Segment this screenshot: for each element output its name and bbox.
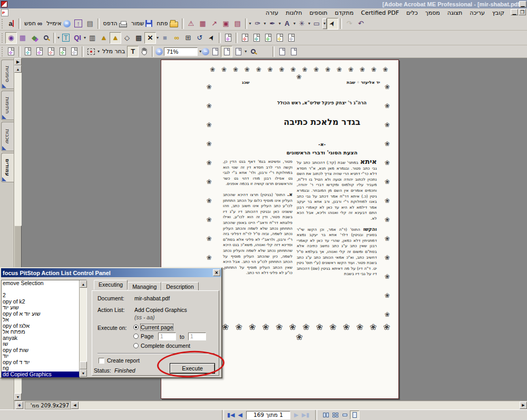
- previous-view-button[interactable]: [276, 46, 288, 57]
- crop-tool-button[interactable]: ⊞: [182, 32, 194, 44]
- scroll-down-button[interactable]: ▼: [14, 393, 22, 401]
- stamps-button[interactable]: ▦: [197, 18, 209, 30]
- action-doc-green-button[interactable]: [262, 32, 274, 44]
- menu-item[interactable]: תצוגה: [444, 9, 466, 17]
- sidebar-tab[interactable]: שכבות: [1, 122, 14, 151]
- radio-page-range[interactable]: Page: [133, 333, 154, 339]
- review-warning-button[interactable]: ⚠: [186, 18, 197, 30]
- action-doc-white-button[interactable]: [286, 32, 297, 44]
- link-tool-button[interactable]: ∞: [171, 32, 182, 44]
- layout-continuous-button[interactable]: [340, 411, 350, 419]
- organizer-button[interactable]: ▤: [84, 18, 96, 30]
- profile-doc-5-button[interactable]: [69, 46, 80, 57]
- actual-size-button[interactable]: [209, 46, 221, 57]
- menu-item[interactable]: עריכה: [466, 9, 489, 17]
- action-list-listbox[interactable]: emove Selection2opy of k2שוע יודopy of ש…: [1, 280, 87, 377]
- action-doc-yellow-button[interactable]: [274, 32, 286, 44]
- action-list-item[interactable]: יוד: [2, 353, 80, 359]
- move-tool-button[interactable]: ✳: [296, 18, 308, 30]
- layout-single-page-button[interactable]: [350, 411, 359, 419]
- sidebar-tab[interactable]: חתימות: [1, 91, 14, 120]
- certified-pdf-button[interactable]: [222, 32, 234, 44]
- sidebar-tab[interactable]: סימניות: [1, 60, 14, 89]
- listbox-scrollbar[interactable]: ▲ ▼: [79, 280, 86, 377]
- signature-tool-button[interactable]: ✒: [267, 18, 278, 30]
- list-scroll-up-button[interactable]: ▲: [80, 280, 87, 288]
- toolbar-grip[interactable]: [2, 19, 4, 28]
- layout-two-up-button[interactable]: [321, 411, 331, 419]
- sidebar-tab[interactable]: עמודים: [1, 153, 14, 182]
- dialog-titlebar[interactable]: focus PitStop Action List Control Panel …: [1, 268, 221, 277]
- scroll-up-button[interactable]: ▲: [14, 65, 22, 73]
- list-scrollbar-thumb[interactable]: [80, 362, 87, 369]
- profile-doc-3-button[interactable]: [45, 46, 57, 57]
- doc-restore-button[interactable]: ❐: [519, 9, 526, 15]
- action-list-item[interactable]: emove Selection: [2, 280, 80, 287]
- fit-width-button[interactable]: [232, 46, 244, 57]
- pdf-doc-icon[interactable]: P: [1, 9, 8, 16]
- action-doc-red-button[interactable]: [239, 32, 251, 44]
- profile-doc-4-button[interactable]: [57, 46, 69, 57]
- pitstop-inspector-button[interactable]: ◉: [5, 32, 17, 44]
- toolbar-grip[interactable]: [2, 47, 4, 56]
- email-button[interactable]: ✉ אימייל: [44, 18, 72, 30]
- page-from-field[interactable]: 1: [158, 333, 176, 340]
- menu-item[interactable]: Certified PDF: [357, 9, 403, 17]
- hscroll-left-button[interactable]: ◀: [71, 402, 79, 409]
- path-tool-button[interactable]: ×: [144, 32, 156, 44]
- action-list-item[interactable]: אל: [2, 317, 80, 323]
- polygon-select-button[interactable]: ◇: [121, 32, 133, 44]
- action-list-item[interactable]: 2: [2, 292, 80, 299]
- action-list-item[interactable]: ng: [2, 365, 80, 372]
- touchup-reading-button[interactable]: a: [5, 18, 17, 30]
- menu-item[interactable]: כלים: [403, 9, 422, 17]
- zoom-in-button[interactable]: +: [155, 48, 163, 55]
- fit-page-button[interactable]: [221, 46, 232, 57]
- copy-graphics-button[interactable]: ▲: [98, 32, 110, 44]
- action-list-item[interactable]: anyak: [2, 335, 80, 341]
- page-to-field[interactable]: 1: [188, 333, 206, 340]
- pitstop-actions-button[interactable]: ◆: [28, 32, 40, 44]
- find-button[interactable]: ∞ חפש: [22, 18, 44, 30]
- select-tool-caret[interactable]: ▾: [323, 18, 327, 29]
- pitstop-pointer-button[interactable]: ➤: [206, 32, 217, 44]
- save-button[interactable]: שמור: [129, 18, 154, 30]
- send-review-button[interactable]: ↗: [209, 18, 220, 30]
- action-list-item[interactable]: [2, 287, 80, 293]
- next-view-button[interactable]: [288, 46, 299, 57]
- stamp-tool-button[interactable]: ✑: [252, 18, 264, 30]
- minimize-button[interactable]: ▁: [519, 1, 526, 7]
- radio-current-page[interactable]: Current page: [133, 324, 173, 330]
- action-doc-teal-button[interactable]: [251, 32, 262, 44]
- hscroll-right-button[interactable]: ▶: [520, 402, 527, 409]
- zoom-out-button[interactable]: −: [202, 48, 209, 55]
- layout-continuous-facing-button[interactable]: [331, 411, 340, 419]
- dialog-close-button[interactable]: ×: [213, 269, 220, 276]
- menu-item[interactable]: תוספים: [306, 9, 331, 17]
- pitstop-inspect-button[interactable]: [40, 32, 52, 44]
- create-report-checkbox[interactable]: Create report: [99, 357, 140, 364]
- profile-doc-2-button[interactable]: [34, 46, 45, 57]
- mesh-select-button[interactable]: ▩: [133, 32, 144, 44]
- menu-item[interactable]: מסמך: [422, 9, 444, 17]
- comments-panel-button[interactable]: ▤: [232, 18, 243, 30]
- first-page-button[interactable]: ▮◀: [226, 412, 237, 418]
- uturn-tool-button[interactable]: ↺: [194, 32, 206, 44]
- redo-button[interactable]: ↷: [344, 18, 355, 30]
- hscroll-track[interactable]: [79, 402, 520, 409]
- upload-button[interactable]: ↑: [73, 18, 84, 30]
- profile-doc-1-button[interactable]: [22, 46, 34, 57]
- panel-expander-button[interactable]: ▶: [14, 58, 22, 65]
- select-text-button[interactable]: T: [127, 46, 139, 57]
- action-list-item[interactable]: מפתח אל: [2, 329, 80, 335]
- undo-button[interactable]: ↶: [355, 18, 367, 30]
- next-page-button[interactable]: ▶: [292, 412, 300, 418]
- tab-managing[interactable]: Managing: [128, 282, 161, 291]
- pane-splitter-button[interactable]: ◆: [16, 402, 23, 409]
- action-list-button[interactable]: ▥: [86, 32, 98, 44]
- action-list-item[interactable]: dd Copied Graphics: [2, 372, 80, 378]
- fill-tool-button[interactable]: ■: [159, 32, 171, 44]
- action-list-item[interactable]: שוע יוד: [2, 305, 80, 311]
- action-list-item[interactable]: שו: [2, 341, 80, 347]
- rect-select-button[interactable]: ▭: [311, 18, 323, 30]
